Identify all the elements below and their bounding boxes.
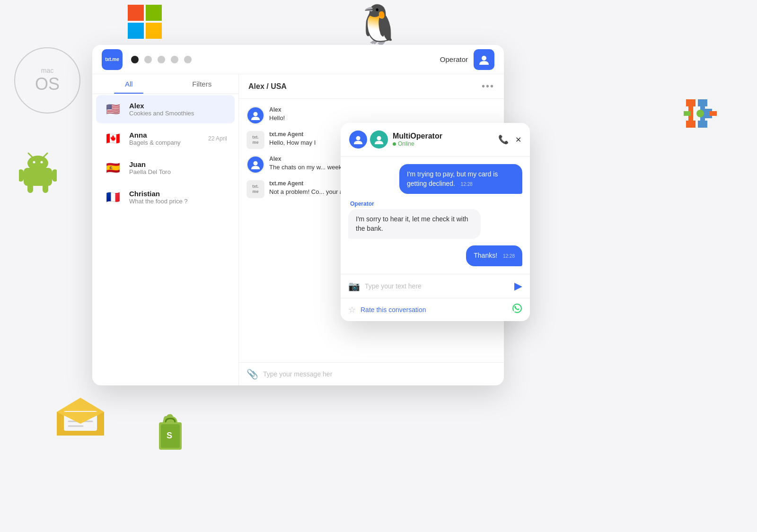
status-label: Online	[398, 140, 414, 147]
bubble-row-3: Thanks! 12:28	[348, 245, 522, 266]
tab-filters[interactable]: Filters	[166, 74, 239, 94]
contact-sub-anna: Bagels & company	[129, 139, 202, 146]
svg-point-25	[377, 136, 381, 140]
chat-title: Alex / USA	[248, 82, 287, 91]
person-icon-alex2	[251, 160, 260, 169]
operator-label: Operator	[440, 55, 468, 63]
attach-icon[interactable]: 📎	[246, 368, 258, 380]
star-icon[interactable]: ☆	[348, 305, 356, 315]
svg-rect-0	[24, 168, 52, 186]
flag-christian: 🇫🇷	[104, 190, 123, 204]
svg-rect-6	[19, 169, 24, 182]
phone-icon[interactable]: 📞	[498, 134, 509, 145]
rate-label[interactable]: Rate this conversation	[361, 306, 507, 314]
bubble-time-3: 12:28	[503, 253, 515, 259]
svg-point-2	[33, 161, 35, 164]
contact-list: 🇺🇸 Alex Cookies and Smoothies 🇨🇦 Anna Ba…	[92, 94, 238, 385]
widget-messages: I'm trying to pay, but my card is gettin…	[341, 157, 530, 274]
widget-input-bar: 📷 Type your text here ▶	[341, 274, 530, 298]
bubble-right-3: Thanks! 12:28	[466, 245, 522, 266]
contact-info-alex: Alex Cookies and Smoothies	[129, 102, 227, 117]
logo-line2: me	[112, 57, 119, 62]
macos-text: mac	[41, 67, 53, 74]
contact-info-juan: Juan Paella Del Toro	[129, 160, 227, 175]
svg-text:S: S	[167, 431, 172, 440]
logo-line1: txt.	[105, 57, 112, 62]
android-logo	[19, 151, 57, 196]
svg-rect-17	[159, 422, 182, 450]
svg-rect-7	[52, 169, 57, 182]
flag-alex: 🇺🇸	[104, 102, 123, 116]
widget-header: MultiOperator Online 📞 ✕	[341, 123, 530, 157]
joomla-svg	[681, 95, 719, 132]
svg-line-5	[44, 153, 47, 157]
chat-input-bar: 📎 Type your message her	[239, 362, 504, 385]
widget-rating-bar: ☆ Rate this conversation	[341, 298, 530, 321]
ms-yellow	[146, 23, 162, 39]
operator-avatar[interactable]	[474, 49, 494, 70]
window-dots	[131, 56, 192, 63]
dot-3	[158, 56, 165, 63]
widget-avatars	[349, 131, 388, 148]
person-icon-alex	[251, 111, 260, 120]
bubble-time-1: 12:28	[461, 182, 473, 187]
msg-text-1: Hello!	[269, 114, 496, 122]
flag-juan: 🇪🇸	[104, 161, 123, 175]
contact-name-alex: Alex	[129, 102, 227, 110]
whatsapp-icon	[512, 303, 522, 316]
dot-5	[184, 56, 192, 63]
msg-content-1: Alex Hello!	[269, 106, 496, 122]
svg-point-20	[696, 110, 704, 117]
msg-sender-1: Alex	[269, 106, 496, 113]
tab-all[interactable]: All	[92, 74, 166, 94]
svg-point-3	[41, 161, 43, 164]
widget-person-icon-2	[374, 135, 384, 144]
widget-avatar-2	[370, 131, 388, 148]
msg-avatar-agent-1: txt.me	[246, 131, 264, 149]
svg-line-4	[28, 153, 32, 157]
svg-rect-9	[43, 183, 48, 193]
os-text: OS	[35, 74, 60, 94]
contact-name-juan: Juan	[129, 160, 227, 168]
camera-icon[interactable]: 📷	[348, 280, 360, 292]
widget-input-placeholder[interactable]: Type your text here	[365, 282, 510, 290]
bubble-row-2: Operator I'm sorry to hear it, let me ch…	[348, 201, 522, 239]
close-icon[interactable]: ✕	[515, 135, 521, 144]
dot-1	[131, 56, 139, 63]
svg-marker-16	[57, 412, 104, 424]
bubble-left-wrapper: Operator I'm sorry to hear it, let me ch…	[348, 201, 481, 239]
msg-avatar-alex-1	[246, 106, 264, 124]
contact-item-alex[interactable]: 🇺🇸 Alex Cookies and Smoothies	[96, 95, 235, 123]
send-button[interactable]: ▶	[514, 280, 522, 292]
widget-status: Online	[393, 140, 493, 147]
person-icon	[479, 54, 489, 65]
msg-avatar-agent-2: txt.me	[246, 180, 264, 198]
dot-4	[171, 56, 178, 63]
bubble-text-2: I'm sorry to hear it, let me check it wi…	[356, 215, 468, 232]
contact-name-anna: Anna	[129, 131, 202, 139]
svg-point-24	[356, 136, 360, 140]
contact-item-christian[interactable]: 🇫🇷 Christian What the food price ?	[96, 183, 235, 211]
macos-logo: mac OS	[14, 47, 80, 113]
chat-more-button[interactable]: •••	[482, 81, 494, 92]
chat-input-placeholder[interactable]: Type your message her	[263, 370, 496, 378]
bubble-right-1: I'm trying to pay, but my card is gettin…	[399, 164, 522, 194]
contact-item-juan[interactable]: 🇪🇸 Juan Paella Del Toro	[96, 154, 235, 182]
ms-blue	[128, 23, 144, 39]
ms-green	[146, 5, 162, 21]
shopify-svg: S	[151, 412, 189, 454]
widget-title: MultiOperator	[393, 132, 493, 140]
title-bar: txt. me Operator	[92, 45, 504, 74]
contact-item-anna[interactable]: 🇨🇦 Anna Bagels & company 22 April	[96, 124, 235, 153]
contact-info-christian: Christian What the food price ?	[129, 190, 227, 205]
svg-point-21	[482, 56, 486, 61]
dot-2	[144, 56, 152, 63]
operator-area: Operator	[440, 49, 494, 70]
joomla-logo	[681, 95, 719, 134]
contact-sub-christian: What the food price ?	[129, 198, 227, 205]
flag-anna: 🇨🇦	[104, 131, 123, 146]
ms-red	[128, 5, 144, 21]
txtme-logo: txt. me	[102, 49, 123, 70]
bubble-left-2: I'm sorry to hear it, let me check it wi…	[348, 209, 481, 239]
bubble-text-1: I'm trying to pay, but my card is gettin…	[407, 170, 498, 187]
